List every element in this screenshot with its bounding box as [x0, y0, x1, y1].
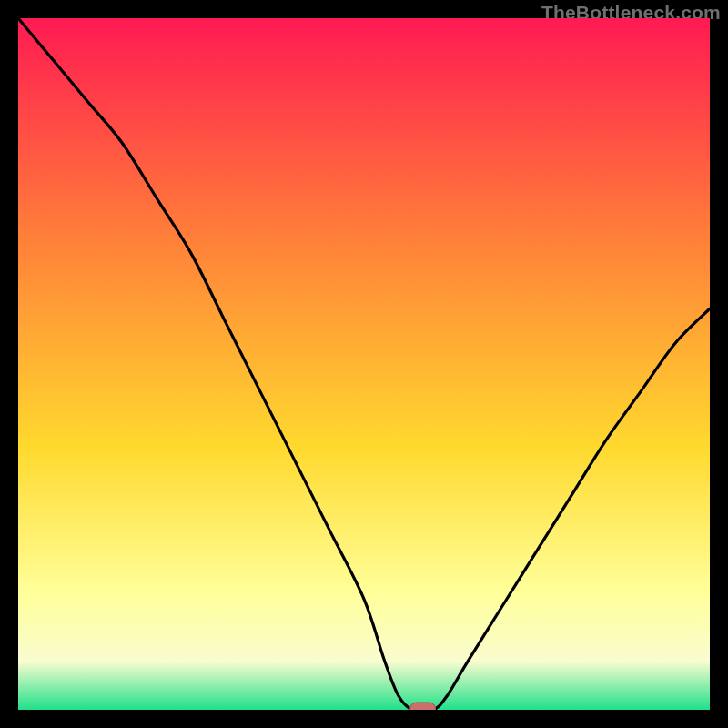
- chart-stage: TheBottleneck.com: [0, 0, 728, 728]
- bottleneck-chart: [18, 18, 710, 710]
- optimum-marker: [410, 703, 436, 710]
- chart-svg: [18, 18, 710, 710]
- gradient-background: [18, 18, 710, 710]
